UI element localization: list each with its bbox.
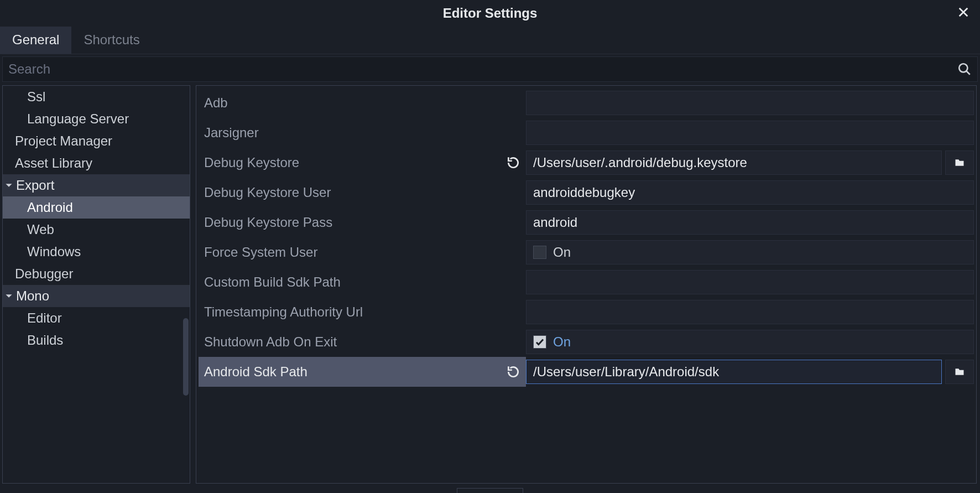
sidebar-item-editor[interactable]: Editor (3, 307, 190, 329)
sidebar-item-windows[interactable]: Windows (3, 241, 190, 263)
browse-button[interactable] (945, 151, 974, 175)
prop-label: Jarsigner (199, 118, 526, 148)
tab-general[interactable]: General (0, 27, 71, 54)
prop-label: Adb (199, 88, 526, 118)
adb-input[interactable] (526, 91, 974, 115)
prop-label: Custom Build Sdk Path (199, 267, 526, 297)
sidebar-item-ssl[interactable]: Ssl (3, 86, 190, 108)
sidebar-item-asset-library[interactable]: Asset Library (3, 152, 190, 174)
search-input[interactable] (8, 61, 957, 77)
force-system-user-checkbox[interactable]: On (526, 240, 974, 264)
prop-label: Android Sdk Path (199, 357, 526, 387)
prop-label: Debug Keystore User (199, 178, 526, 207)
checkbox-box (533, 246, 546, 259)
prop-shutdown-adb-on-exit: Shutdown Adb On Exit On (199, 327, 974, 357)
sidebar-item-language-server[interactable]: Language Server (3, 108, 190, 130)
sidebar-scrollbar[interactable] (183, 318, 189, 396)
prop-custom-build-sdk-path: Custom Build Sdk Path (199, 267, 974, 297)
shutdown-adb-checkbox[interactable]: On (526, 330, 974, 354)
checkbox-label: On (553, 334, 571, 350)
sidebar-item-export[interactable]: Export (3, 174, 190, 196)
titlebar: Editor Settings (0, 0, 980, 27)
prop-debug-keystore-user: Debug Keystore User (199, 178, 974, 207)
svg-line-3 (966, 71, 970, 75)
sidebar-item-web[interactable]: Web (3, 219, 190, 241)
prop-jarsigner: Jarsigner (199, 118, 974, 148)
prop-label: Timestamping Authority Url (199, 297, 526, 327)
dialog-title: Editor Settings (443, 6, 538, 21)
prop-android-sdk-path: Android Sdk Path (199, 357, 974, 387)
properties-panel: Adb Jarsigner Debug Keystore Debug Keyst… (196, 85, 977, 484)
chevron-down-icon (5, 181, 13, 189)
prop-debug-keystore: Debug Keystore (199, 148, 974, 178)
prop-label: Debug Keystore Pass (199, 207, 526, 237)
reset-icon[interactable] (506, 365, 520, 379)
timestamping-authority-url-input[interactable] (526, 300, 974, 324)
prop-adb: Adb (199, 88, 974, 118)
sidebar-item-android[interactable]: Android (3, 196, 190, 219)
sidebar-item-debugger[interactable]: Debugger (3, 263, 190, 285)
debug-keystore-input[interactable] (526, 151, 942, 175)
sidebar-item-builds[interactable]: Builds (3, 329, 190, 351)
checkbox-box (533, 335, 546, 349)
reset-icon[interactable] (506, 155, 520, 170)
prop-label: Force System User (199, 237, 526, 267)
close-icon[interactable] (956, 4, 971, 20)
close-button[interactable]: Close (457, 488, 523, 493)
tab-shortcuts[interactable]: Shortcuts (71, 27, 152, 54)
debug-keystore-pass-input[interactable] (526, 210, 974, 235)
prop-label: Shutdown Adb On Exit (199, 327, 526, 357)
prop-debug-keystore-pass: Debug Keystore Pass (199, 207, 974, 237)
chevron-down-icon (5, 292, 13, 300)
prop-timestamping-authority-url: Timestamping Authority Url (199, 297, 974, 327)
debug-keystore-user-input[interactable] (526, 180, 974, 205)
prop-label: Debug Keystore (199, 148, 526, 178)
tab-bar: General Shortcuts (0, 27, 980, 54)
jarsigner-input[interactable] (526, 121, 974, 145)
sidebar-item-mono[interactable]: Mono (3, 285, 190, 307)
prop-force-system-user: Force System User On (199, 237, 974, 267)
search-icon[interactable] (957, 62, 972, 76)
search-row (2, 56, 978, 82)
android-sdk-path-input[interactable] (526, 360, 942, 384)
custom-build-sdk-path-input[interactable] (526, 270, 974, 294)
svg-point-2 (959, 64, 967, 72)
sidebar-item-project-manager[interactable]: Project Manager (3, 130, 190, 152)
sidebar: Ssl Language Server Project Manager Asse… (2, 85, 190, 484)
browse-button[interactable] (945, 360, 974, 384)
checkbox-label: On (553, 245, 571, 260)
footer: Close (0, 484, 980, 493)
